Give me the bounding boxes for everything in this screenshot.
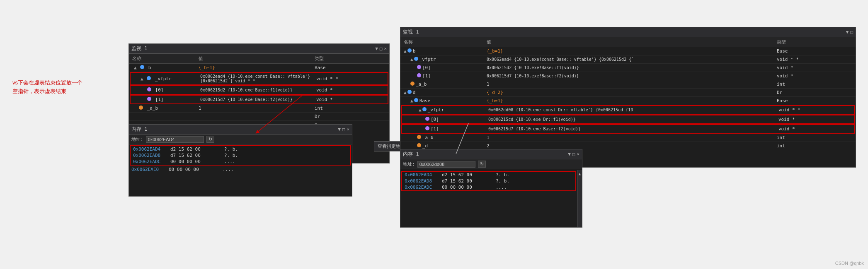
right-row-0-name: [0]	[402, 64, 485, 71]
right-row-base-value: {_b=1}	[485, 97, 775, 104]
right-row-d: ▲d {_d=2} Dr	[400, 89, 856, 97]
left-memory-highlight-group: 0x0062EAD4 d2 15 62 00 ?. b. 0x0062EAD8 …	[130, 145, 351, 166]
row-b-name: ▲ b	[131, 64, 197, 71]
close-icon[interactable]: ×	[384, 46, 387, 51]
right-header-name: 名称	[402, 38, 485, 46]
right-mem-chars-1: ?. b.	[496, 178, 509, 184]
row-vfptr-value: 0x0062ead4 {10-10.exe!const Base:: vftab…	[199, 73, 315, 84]
right-mem-close-icon[interactable]: ×	[577, 151, 579, 157]
row-vfptr: ▲ _vfptr 0x0062ead4 {10-10.exe!const Bas…	[130, 72, 388, 85]
left-memory-titlebar: 内存 1 ▼ □ ×	[129, 125, 352, 134]
row-1-value: 0x006215d7 {10-10.exe!Base::f2(void)}	[199, 96, 315, 103]
right-watch-panel: 监视 1 ▼ □ 名称 值 类型 ▲b {_b=1} Base ▲_vfptr …	[400, 27, 856, 168]
right-row-1b-type: void *	[777, 125, 818, 132]
left-mem-row-2: 0x0062EADC 00 00 00 00 ....	[131, 159, 350, 165]
right-mem-pin-icon[interactable]: ▼	[568, 151, 571, 157]
right-row-base-type: Base	[775, 97, 817, 104]
left-address-input[interactable]	[146, 136, 204, 143]
left-mem-close-icon[interactable]: ×	[347, 127, 349, 132]
left-mem-row-1: 0x0062EAD8 d7 15 62 00 ?. b.	[131, 152, 350, 159]
left-address-label: 地址:	[131, 136, 143, 142]
right-address-input[interactable]	[417, 161, 475, 168]
right-row-base: ▲Base {_b=1} Base	[400, 97, 856, 105]
left-mem-chars-1: ?. b.	[224, 153, 238, 158]
row-vfptr-name: ▲ _vfptr	[132, 75, 199, 82]
left-memory-title: 内存 1	[131, 126, 147, 133]
right-mem-chars-0: ?. b.	[496, 172, 509, 178]
right-row-vfptr-type: void * *	[775, 56, 817, 63]
right-row-d-value: {_d=2}	[485, 89, 775, 96]
right-memory-title: 内存 1	[403, 151, 419, 158]
right-pin-icon[interactable]: ▼	[846, 29, 849, 35]
left-mem-chars-2: ....	[224, 159, 235, 164]
right-watch-title: 监视 1	[403, 29, 419, 36]
right-row-0b-name: [0]	[404, 116, 487, 123]
left-mem-chars-0: ?. b.	[224, 147, 238, 152]
right-row-ab-name: _a_b	[402, 81, 485, 88]
watermark: CSDN @qnbk	[835, 261, 864, 266]
left-mem-chars-3: ....	[223, 167, 234, 172]
right-mem-row-0: 0x0062EAD4 d2 15 62 00 ?. b.	[402, 172, 575, 178]
right-mem-row-2: 0x0062EADC 00 00 00 00 ....	[402, 184, 575, 190]
header-value: 值	[197, 55, 313, 62]
row-0-type: void *	[315, 86, 348, 94]
right-max-icon[interactable]: □	[850, 29, 853, 35]
right-row-0-type: void *	[775, 64, 817, 71]
right-mem-bytes-2: 00 00 00 00	[442, 185, 496, 190]
left-mem-addr-1: 0x0062EAD8	[133, 153, 170, 158]
right-mem-chars-2: ....	[496, 185, 507, 190]
right-header-type: 类型	[775, 38, 817, 46]
right-mem-scrollbar[interactable]: ▲	[577, 170, 582, 227]
left-mem-pin-icon[interactable]: ▼	[338, 127, 341, 132]
right-row-vfptr-name: ▲_vfptr	[402, 56, 485, 63]
row-1-name: [1]	[132, 96, 199, 103]
right-row-base-name: ▲Base	[402, 97, 485, 104]
maximize-icon[interactable]: □	[380, 46, 383, 51]
left-mem-bytes-2: 00 00 00 00	[170, 159, 224, 164]
row-blank-dr: Dr	[129, 113, 389, 121]
left-mem-max-icon[interactable]: □	[342, 127, 345, 132]
right-row-d-type: Dr	[775, 89, 817, 96]
right-row-ab2-type: int	[775, 134, 817, 141]
right-row-ab-type: int	[775, 81, 817, 88]
right-row-0-value: 0x006215d2 {10-10.exe!Base::f1(void)}	[485, 65, 775, 71]
right-row-ab: _a_b 1 int	[400, 80, 856, 89]
annotation-text: vs下会在虚表结束位置放一个 空指针，表示虚表结束	[12, 79, 82, 96]
row-1: [1] 0x006215d7 {10-10.exe!Base::f2(void)…	[130, 95, 388, 104]
row-0-value: 0x006215d2 {10-10.exe!Base::f1(void)}	[199, 87, 315, 93]
left-memory-panel: 内存 1 ▼ □ × 地址: ↻ 0x0062EAD4 d2 15 62 00 …	[129, 124, 352, 197]
right-memory-panel: 内存 1 ▼ □ × 地址: ↻ ▲ 0x0062EAD4 d2 15 62 0…	[400, 149, 582, 228]
header-type: 类型	[313, 55, 346, 62]
left-mem-bytes-1: d7 15 62 00	[170, 153, 224, 158]
left-watch-title: 监视 1	[131, 45, 147, 52]
right-mem-addr-0: 0x0062EAD4	[405, 172, 442, 178]
right-row-1b: [1] 0x006215d7 {10-10.exe!Base::f2(void)…	[401, 124, 855, 134]
right-row-vfptr-value: 0x0062ead4 {10-10.exe!const Base:: vftab…	[485, 56, 775, 62]
right-watch-titlebar: 监视 1 ▼ □	[400, 27, 856, 37]
right-row-ab2-value: 1	[485, 134, 775, 141]
row-blank-value	[197, 116, 313, 118]
left-mem-row-0: 0x0062EAD4 d2 15 62 00 ?. b.	[131, 146, 350, 152]
left-mem-bytes-0: d2 15 62 00	[170, 147, 224, 152]
right-row-ab2: _a_b 1 int	[400, 134, 856, 142]
row-ab-name: _a_b	[131, 105, 197, 112]
right-row-0: [0] 0x006215d2 {10-10.exe!Base::f1(void)…	[400, 64, 856, 72]
pin-icon[interactable]: ▼	[375, 46, 378, 51]
row-b-value: {_b=1}	[197, 64, 313, 71]
right-row-b: ▲b {_b=1} Base	[400, 47, 856, 55]
right-mem-max-icon[interactable]: □	[572, 151, 575, 157]
row-blank-name	[131, 116, 197, 118]
right-row-vfptr2-value: 0x0062dd08 {10-10.exe!const Dr:: vftable…	[487, 107, 777, 113]
right-row-vfptr2: ▲_vfptr 0x0062dd08 {10-10.exe!const Dr::…	[401, 105, 855, 115]
left-refresh-button[interactable]: ↻	[206, 136, 214, 143]
right-row-b-type: Base	[775, 48, 817, 55]
right-header-value: 值	[485, 38, 775, 46]
left-mem-addr-3: 0x0062EAE0	[131, 167, 169, 172]
right-refresh-button[interactable]: ↻	[478, 161, 486, 168]
left-mem-row-3: 0x0062EAE0 00 00 00 00 ....	[129, 166, 352, 173]
row-1-type: void *	[315, 96, 348, 103]
right-row-ab-value: 1	[485, 81, 775, 88]
right-row-d-name: ▲d	[402, 89, 485, 96]
left-mem-bytes-3: 00 00 00 00	[169, 167, 223, 172]
right-mem-bytes-0: d2 15 62 00	[442, 172, 496, 178]
